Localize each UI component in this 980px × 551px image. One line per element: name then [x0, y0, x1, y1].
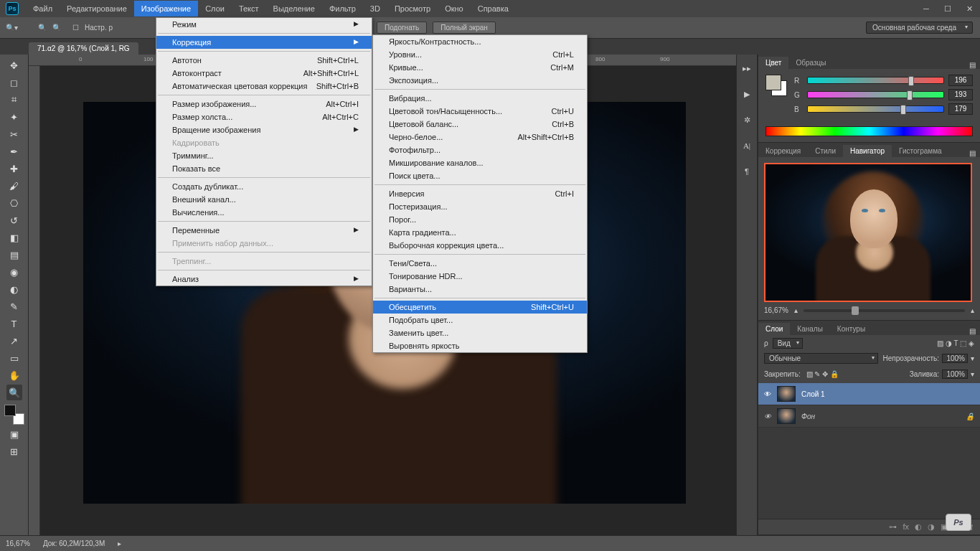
history-brush-tool[interactable]: ↺ — [6, 212, 22, 228]
menu-item[interactable]: Переменные▶ — [156, 224, 372, 237]
zoom-tool[interactable]: 🔍 — [6, 385, 22, 400]
nav-zoom-in-icon[interactable]: ▴ — [971, 306, 974, 314]
menu-item[interactable]: Анализ▶ — [156, 273, 372, 286]
menu-item[interactable]: Тонирование HDR... — [373, 270, 587, 283]
menu-item[interactable]: Выборочная коррекция цвета... — [373, 239, 587, 252]
zoom-out-icon[interactable]: 🔍 — [52, 24, 61, 32]
menu-item[interactable]: Размер изображения...Alt+Ctrl+I — [156, 98, 372, 110]
status-zoom[interactable]: 16,67% — [6, 540, 30, 547]
dock-icon-actions[interactable]: ▶ — [740, 88, 753, 100]
menu-item[interactable]: Постеризация... — [373, 200, 587, 213]
hand-tool[interactable]: ✋ — [6, 367, 22, 383]
tab-channels[interactable]: Каналы — [790, 323, 830, 335]
layer-item[interactable]: 👁 Слой 1 — [758, 383, 980, 405]
fullscreen-button[interactable]: Полный экран — [433, 22, 496, 34]
tab-layers[interactable]: Слои — [758, 323, 790, 335]
pen-tool[interactable]: ✎ — [6, 298, 22, 314]
visibility-icon[interactable]: 👁 — [764, 413, 771, 420]
r-value[interactable]: 196 — [948, 75, 973, 86]
crop-tool[interactable]: ✂ — [6, 126, 22, 142]
tab-adjustments[interactable]: Коррекция — [758, 145, 808, 157]
menu-item[interactable]: Размер холста...Alt+Ctrl+C — [156, 110, 372, 123]
menu-layers[interactable]: Слои — [198, 1, 232, 17]
blend-mode-select[interactable]: Обычные — [764, 353, 878, 364]
fit-screen-button[interactable]: Подогнать — [377, 22, 427, 34]
menu-item[interactable]: Подобрать цвет... — [373, 314, 587, 326]
move-tool[interactable]: ✥ — [6, 57, 22, 73]
link-layers-icon[interactable]: ⊶ — [889, 522, 897, 532]
type-tool[interactable]: T — [6, 316, 22, 331]
tab-styles[interactable]: Стили — [808, 145, 843, 157]
fx-icon[interactable]: fx — [903, 522, 909, 532]
menu-item[interactable]: Экспозиция... — [373, 74, 587, 87]
menu-item[interactable]: Варианты... — [373, 283, 587, 296]
b-value[interactable]: 179 — [948, 103, 973, 115]
menu-edit[interactable]: Редактирование — [60, 1, 134, 17]
menu-item[interactable]: Цветовой баланс...Ctrl+B — [373, 118, 587, 131]
nav-zoom-out-icon[interactable]: ▴ — [794, 306, 798, 314]
menu-item[interactable]: Цветовой тон/Насыщенность...Ctrl+U — [373, 105, 587, 118]
lasso-tool[interactable]: ⌗ — [6, 92, 22, 108]
menu-item[interactable]: АвтоконтрастAlt+Shift+Ctrl+L — [156, 67, 372, 80]
dock-icon-history[interactable]: ▸▸ — [740, 62, 753, 75]
menu-item[interactable]: Внешний канал... — [156, 193, 372, 206]
tab-swatches[interactable]: Образцы — [788, 57, 833, 69]
layer-name[interactable]: Фон — [801, 413, 815, 420]
tab-navigator[interactable]: Навигатор — [843, 145, 892, 157]
menu-item[interactable]: Карта градиента... — [373, 226, 587, 239]
menu-item[interactable]: Поиск цвета... — [373, 169, 587, 182]
window-minimize[interactable]: ─ — [915, 0, 937, 17]
navigator-thumbnail[interactable] — [764, 163, 972, 302]
menu-item[interactable]: Коррекция▶ — [156, 36, 372, 49]
menu-select[interactable]: Выделение — [266, 1, 322, 17]
menu-item[interactable]: ОбесцветитьShift+Ctrl+U — [373, 301, 587, 314]
gradient-tool[interactable]: ▤ — [6, 247, 22, 263]
menu-item[interactable]: Режим▶ — [156, 18, 372, 31]
opacity-value[interactable]: 100% — [942, 354, 968, 363]
menu-help[interactable]: Справка — [471, 1, 516, 17]
color-swatches[interactable] — [4, 405, 24, 425]
layer-thumbnail[interactable] — [777, 408, 796, 424]
menu-item[interactable]: Фотофильтр... — [373, 143, 587, 156]
path-tool[interactable]: ↗ — [6, 333, 22, 349]
brush-tool[interactable]: 🖌 — [6, 178, 22, 194]
marquee-tool[interactable]: ◻ — [6, 75, 22, 90]
heal-tool[interactable]: ✚ — [6, 161, 22, 176]
eraser-tool[interactable]: ◧ — [6, 230, 22, 245]
menu-item[interactable]: ИнверсияCtrl+I — [373, 187, 587, 200]
wand-tool[interactable]: ✦ — [6, 109, 22, 125]
color-swatch[interactable] — [765, 75, 787, 96]
tab-color[interactable]: Цвет — [758, 57, 788, 69]
r-slider[interactable] — [807, 77, 944, 84]
menu-item[interactable]: Тримминг... — [156, 149, 372, 162]
shape-tool[interactable]: ▭ — [6, 350, 22, 366]
menu-item[interactable]: Тени/Света... — [373, 257, 587, 270]
b-slider[interactable] — [807, 105, 944, 113]
menu-item[interactable]: Вычисления... — [156, 206, 372, 219]
menu-item[interactable]: Черно-белое...Alt+Shift+Ctrl+B — [373, 131, 587, 143]
nav-zoom-slider[interactable] — [804, 309, 965, 312]
layer-item[interactable]: 👁 Фон 🔒 — [758, 405, 980, 428]
g-value[interactable]: 193 — [948, 89, 973, 100]
menu-item[interactable]: Создать дубликат... — [156, 180, 372, 193]
layer-name[interactable]: Слой 1 — [801, 390, 825, 398]
menu-item[interactable]: Микширование каналов... — [373, 156, 587, 169]
g-slider[interactable] — [807, 91, 944, 98]
menu-view[interactable]: Просмотр — [387, 1, 438, 17]
menu-3d[interactable]: 3D — [363, 1, 387, 17]
menu-item[interactable]: Вращение изображения▶ — [156, 123, 372, 136]
tab-paths[interactable]: Контуры — [830, 323, 872, 335]
menu-item[interactable]: Яркость/Контрастность... — [373, 35, 587, 48]
menu-item[interactable]: Кривые...Ctrl+M — [373, 61, 587, 74]
color-spectrum[interactable] — [765, 126, 973, 136]
menu-item[interactable]: Выровнять яркость — [373, 339, 587, 352]
eyedropper-tool[interactable]: ✒ — [6, 143, 22, 159]
menu-window[interactable]: Окно — [438, 1, 471, 17]
screenmode-tool[interactable]: ⊞ — [6, 443, 22, 459]
workspace-selector[interactable]: Основная рабочая среда — [866, 22, 973, 34]
quickmask-tool[interactable]: ▣ — [6, 426, 22, 442]
zoom-in-icon[interactable]: 🔍 — [38, 24, 47, 32]
blur-tool[interactable]: ◉ — [6, 264, 22, 280]
menu-image[interactable]: Изображение — [134, 1, 198, 17]
visibility-icon[interactable]: 👁 — [764, 390, 771, 398]
